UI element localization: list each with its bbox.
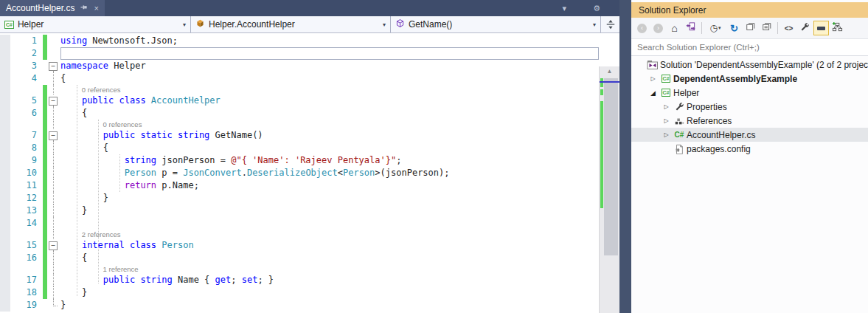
code-line-15[interactable]: 15– internal class Person <box>0 239 600 252</box>
code-token: public <box>103 130 135 140</box>
line-number: 4 <box>10 72 43 85</box>
chevron-down-icon[interactable]: ▾ <box>562 3 566 13</box>
code-text-area[interactable]: 1using Newtonsoft.Json;23–namespace Help… <box>0 33 600 313</box>
code-token: } <box>60 300 66 310</box>
expander-icon[interactable]: ▷ <box>647 75 659 82</box>
wrench-icon <box>672 102 687 111</box>
code-line-16[interactable]: 16 { <box>0 252 600 264</box>
search-input[interactable]: Search Solution Explorer (Ctrl+;) <box>631 38 868 56</box>
expander-icon[interactable]: ▷ <box>661 117 672 124</box>
type-dropdown[interactable]: Helper.AccountHelper ▾ <box>191 16 391 32</box>
codelens-label[interactable]: 1 reference <box>60 264 139 274</box>
codelens-label[interactable]: 0 references <box>60 120 142 129</box>
preview-selected-items-toggle[interactable] <box>813 21 829 35</box>
code-editor[interactable]: 1using Newtonsoft.Json;23–namespace Help… <box>0 33 619 313</box>
tree-item-properties[interactable]: ▷Properties <box>631 100 868 114</box>
back-button[interactable]: ‹ <box>634 21 650 35</box>
tree-item-packages-config[interactable]: packages.config <box>631 142 868 156</box>
view-code-button[interactable]: <> <box>781 21 796 35</box>
code-line-6[interactable]: 6 { <box>0 107 600 120</box>
forward-button[interactable]: › <box>650 21 666 35</box>
code-line-19[interactable]: 19} <box>0 299 600 312</box>
indicator-margin <box>0 179 10 192</box>
tree-item-accounthelper-cs[interactable]: ▷C#AccountHelper.cs <box>631 128 868 142</box>
toolbar-separator <box>701 22 702 34</box>
codelens-row[interactable]: 0 references <box>0 120 600 129</box>
code-text <box>60 47 600 60</box>
code-line-10[interactable]: 10 Person p = JsonConvert.DeserializeObj… <box>0 167 600 179</box>
code-line-3[interactable]: 3–namespace Helper <box>0 60 600 72</box>
fold-margin <box>47 107 60 120</box>
code-token: Person <box>125 168 156 178</box>
indicator-margin <box>0 154 10 167</box>
expander-icon[interactable]: ▷ <box>661 131 672 138</box>
tree-item-label: Properties <box>687 102 727 112</box>
collapse-button[interactable]: – <box>49 97 58 106</box>
gear-icon[interactable]: ⚙ <box>593 3 600 13</box>
tree-item-project-helper[interactable]: ◢C#Helper <box>631 86 868 100</box>
code-token: ; <box>231 275 241 285</box>
fold-margin <box>47 142 60 154</box>
codelens-row[interactable]: 2 references <box>0 230 600 239</box>
scrollbar-up-arrow[interactable]: ▲ <box>600 68 619 75</box>
home-button[interactable]: ⌂ <box>667 21 682 35</box>
code-line-18[interactable]: 18 } <box>0 286 600 299</box>
indicator-margin <box>0 204 10 217</box>
fold-margin <box>47 85 60 94</box>
line-number <box>10 120 43 129</box>
fold-margin <box>47 154 60 167</box>
tree-item-project-dependentassemblyexample[interactable]: ▷C#DependentAssemblyExample <box>631 72 868 86</box>
codelens-label[interactable]: 0 references <box>60 85 121 94</box>
codelens-row[interactable]: 1 reference <box>0 264 600 274</box>
code-text <box>60 217 600 230</box>
code-text: return p.Name; <box>60 179 600 192</box>
switch-views-button-icon <box>832 21 843 35</box>
dropdown-arrow-icon: ▾ <box>183 21 186 28</box>
code-line-13[interactable]: 13 } <box>0 204 600 217</box>
close-icon[interactable]: × <box>94 4 98 13</box>
collapse-button[interactable]: – <box>49 62 58 71</box>
document-tab-accounthelper[interactable]: AccountHelper.cs × <box>0 0 105 16</box>
copy-properties-button[interactable] <box>759 21 774 35</box>
codelens-label[interactable]: 2 references <box>60 230 121 239</box>
code-line-5[interactable]: 5– public class AccountHelper <box>0 94 600 107</box>
member-dropdown[interactable]: GetName() ▾ <box>391 16 601 32</box>
fold-margin <box>47 230 60 239</box>
code-line-9[interactable]: 9 string jsonPerson = @"{ 'Name': 'Rajee… <box>0 154 600 167</box>
project-dropdown[interactable]: C# Helper ▾ <box>0 16 191 32</box>
tree-item-solution[interactable]: Solution 'DependentAssemblyExample' (2 o… <box>631 58 868 72</box>
vertical-scrollbar[interactable]: ▲ <box>599 66 619 313</box>
collapse-button[interactable]: – <box>49 241 58 250</box>
collapse-all-button[interactable] <box>743 21 758 35</box>
code-line-4[interactable]: 4{ <box>0 72 600 85</box>
code-token: AccountHelper <box>151 95 221 106</box>
code-line-7[interactable]: 7– public static string GetName() <box>0 129 600 142</box>
code-line-12[interactable]: 12 } <box>0 192 600 204</box>
collapse-button[interactable]: – <box>49 131 58 140</box>
line-number: 8 <box>10 142 43 154</box>
refresh-button[interactable]: ↻ <box>726 21 742 35</box>
properties-button[interactable] <box>797 21 813 35</box>
code-text: { <box>60 107 600 120</box>
pin-icon[interactable] <box>80 3 88 14</box>
fold-margin <box>47 179 60 192</box>
code-line-1[interactable]: 1using Newtonsoft.Json; <box>0 35 600 47</box>
code-text: internal class Person <box>60 239 600 252</box>
split-window-button[interactable] <box>601 16 619 32</box>
code-line-2[interactable]: 2 <box>0 47 600 60</box>
code-text: Person p = JsonConvert.DeserializeObject… <box>60 167 600 179</box>
codelens-row[interactable]: 0 references <box>0 85 600 94</box>
tree-item-references[interactable]: ▷References <box>631 114 868 128</box>
switch-views-button[interactable] <box>830 21 845 35</box>
code-line-8[interactable]: 8 { <box>0 142 600 154</box>
code-line-17[interactable]: 17 public string Name { get; set; } <box>0 274 600 286</box>
indicator-margin <box>0 72 10 85</box>
expander-icon[interactable]: ◢ <box>647 89 659 97</box>
code-line-11[interactable]: 11 return p.Name; <box>0 179 600 192</box>
sync-with-active-document-button[interactable] <box>683 21 698 35</box>
code-line-14[interactable]: 14 <box>0 217 600 230</box>
expander-icon[interactable]: ▷ <box>661 103 672 110</box>
scrollbar-thumb[interactable] <box>604 78 618 255</box>
pending-changes-filter-button[interactable]: ◷▾ <box>705 21 726 35</box>
line-number: 19 <box>10 299 43 312</box>
